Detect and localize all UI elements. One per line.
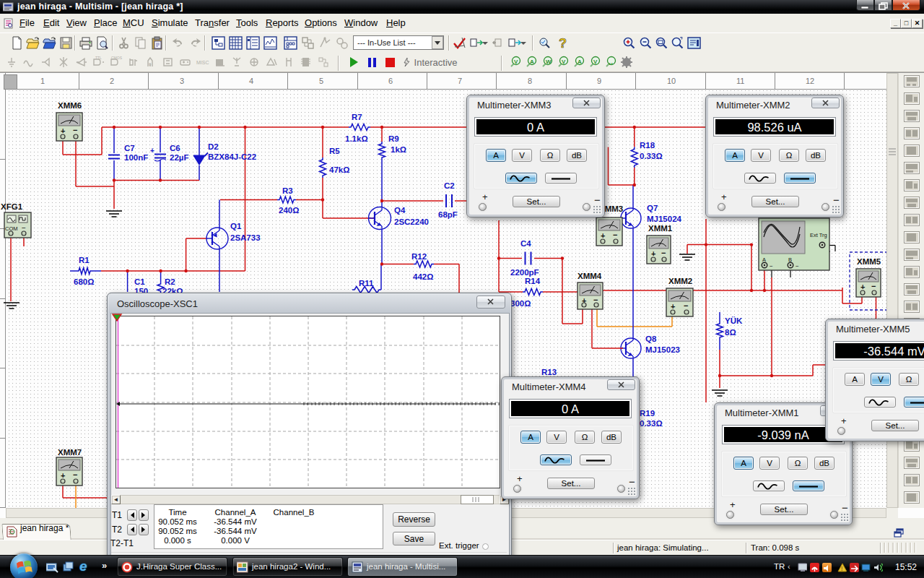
- svg-text:−: −: [73, 470, 77, 479]
- svg-text:R14: R14: [525, 277, 541, 285]
- svg-text:−: −: [613, 230, 617, 239]
- svg-text:2SA733: 2SA733: [230, 233, 261, 242]
- svg-text:−: −: [796, 263, 799, 269]
- svg-text:XMM4: XMM4: [578, 272, 602, 280]
- svg-text:240Ω: 240Ω: [279, 206, 299, 215]
- svg-text:−: −: [661, 249, 666, 257]
- svg-text:XMM6: XMM6: [58, 101, 82, 110]
- svg-text:Q4: Q4: [394, 206, 406, 215]
- svg-text:68pF: 68pF: [438, 210, 458, 219]
- svg-text:YÜK: YÜK: [725, 316, 743, 325]
- svg-text:R11: R11: [359, 279, 374, 288]
- svg-text:R5: R5: [329, 147, 340, 155]
- svg-text:R12: R12: [411, 252, 427, 261]
- svg-text:R18: R18: [640, 141, 655, 150]
- svg-text:MJ15024: MJ15024: [647, 215, 682, 223]
- svg-text:2SC2240: 2SC2240: [394, 217, 429, 226]
- svg-text:MJ15023: MJ15023: [645, 345, 680, 354]
- svg-text:C6: C6: [170, 144, 180, 152]
- svg-text:C7: C7: [124, 144, 135, 152]
- svg-text:−: −: [871, 282, 876, 290]
- svg-text:680Ω: 680Ω: [74, 277, 94, 286]
- svg-text:R7: R7: [352, 113, 362, 121]
- svg-text:442Ω: 442Ω: [413, 272, 433, 281]
- svg-text:XMM2: XMM2: [668, 277, 692, 285]
- svg-text:XMM7: XMM7: [58, 448, 82, 457]
- svg-text:Q7: Q7: [647, 204, 658, 212]
- svg-text:XFG1: XFG1: [1, 202, 23, 211]
- svg-text:R3: R3: [282, 186, 293, 195]
- svg-text:300Ω: 300Ω: [510, 299, 531, 308]
- svg-text:!: !: [841, 565, 843, 572]
- svg-text:−: −: [73, 126, 77, 134]
- svg-text:−: −: [22, 224, 26, 232]
- svg-text:−: −: [770, 263, 773, 269]
- svg-text:R13: R13: [541, 368, 557, 376]
- svg-text:XMM5: XMM5: [857, 257, 881, 266]
- svg-text:22µF: 22µF: [170, 153, 188, 162]
- svg-text:Q8: Q8: [645, 335, 657, 343]
- svg-text:+: +: [601, 231, 605, 240]
- svg-text:0.33Ω: 0.33Ω: [640, 152, 663, 160]
- svg-text:C2: C2: [444, 181, 455, 190]
- svg-text:D2: D2: [208, 142, 219, 151]
- svg-text:R19: R19: [640, 409, 655, 418]
- svg-text:R9: R9: [388, 134, 399, 143]
- svg-text:R2: R2: [165, 277, 175, 286]
- svg-text:+: +: [671, 302, 675, 311]
- svg-text:C4: C4: [520, 239, 531, 248]
- svg-text:Ext Trg: Ext Trg: [810, 232, 827, 238]
- svg-text:1kΩ: 1kΩ: [391, 145, 406, 154]
- svg-text:+: +: [860, 282, 865, 291]
- svg-text:+: +: [61, 126, 65, 135]
- svg-text:+: +: [651, 249, 655, 258]
- svg-text:0.33Ω: 0.33Ω: [640, 419, 663, 428]
- svg-text:1.1kΩ: 1.1kΩ: [345, 134, 368, 143]
- svg-text:XMM1: XMM1: [648, 224, 673, 233]
- svg-text:−: −: [684, 301, 688, 310]
- svg-text:Q1: Q1: [230, 222, 242, 230]
- svg-text:8Ω: 8Ω: [725, 328, 736, 337]
- svg-text:2200pF: 2200pF: [510, 268, 539, 277]
- svg-text:100nF: 100nF: [124, 153, 148, 162]
- svg-text:47kΩ: 47kΩ: [329, 165, 349, 174]
- svg-text:+: +: [61, 471, 65, 480]
- svg-text:R1: R1: [79, 256, 90, 264]
- svg-text:BZX84J-C22: BZX84J-C22: [208, 152, 256, 161]
- svg-text:+: +: [150, 147, 154, 155]
- svg-text:C1: C1: [134, 277, 145, 286]
